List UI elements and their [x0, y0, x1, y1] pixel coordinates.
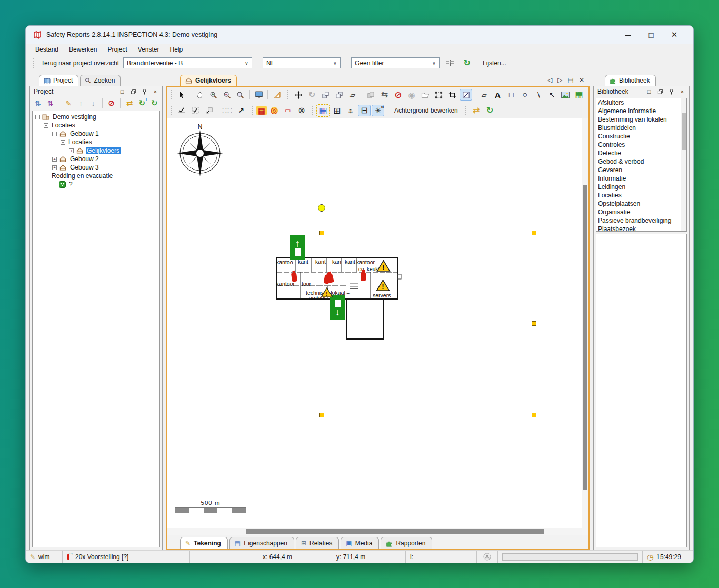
tree-item-selected[interactable]: + Gelijkvloers [33, 146, 159, 155]
nav-next-icon[interactable]: ▷ [557, 76, 562, 84]
grid-blue-icon[interactable]: ▦ [317, 105, 329, 116]
delete-icon[interactable]: ⊘ [392, 89, 404, 101]
building-grid-icon[interactable]: ▦ [256, 106, 267, 115]
float-icon[interactable] [657, 88, 663, 95]
library-scrollbar[interactable] [681, 98, 686, 231]
reshape-icon[interactable]: ▱ [346, 89, 359, 101]
tree-item[interactable]: + Gebouw 2 [33, 155, 159, 163]
back-to-project-button[interactable]: Terug naar project overzicht [41, 59, 119, 67]
menu-project[interactable]: Project [102, 45, 132, 54]
library-item[interactable]: Opstelplaatsen [596, 200, 686, 208]
crop-icon[interactable] [446, 89, 458, 101]
image-tool-icon[interactable] [559, 89, 572, 101]
warning-triangle[interactable]: ! [376, 279, 390, 292]
extinguisher-symbol[interactable] [361, 272, 366, 281]
library-scrollbar-thumb[interactable] [682, 113, 686, 150]
refresh-icon[interactable]: ↻ [484, 105, 496, 116]
sort-alpha-icon[interactable]: ⇅ [45, 98, 56, 108]
tree-expander[interactable]: + [52, 165, 57, 170]
zoom-tool-icon[interactable] [234, 89, 247, 101]
tab-tekening[interactable]: ✎ Tekening [180, 537, 228, 549]
minimize-button[interactable]: ─ [616, 27, 640, 43]
close-icon[interactable]: × [679, 88, 685, 95]
rotate-handle[interactable] [318, 204, 325, 212]
exit-sign-up[interactable]: ↑ [290, 235, 305, 260]
compass-tool-icon[interactable]: ⊗ [295, 105, 308, 116]
tree-item[interactable]: − Redding en evacuatie [33, 172, 159, 180]
resize-tool-icon[interactable] [460, 89, 472, 101]
language-select[interactable]: NL∨ [263, 57, 341, 68]
move-down-icon[interactable]: ↓ [88, 98, 98, 108]
replace-icon[interactable]: ⇆ [378, 89, 391, 101]
library-item[interactable]: Locaties [596, 191, 686, 200]
zone-circle-icon[interactable]: ◎ [268, 105, 281, 116]
grid-fit-icon[interactable]: ⊞ [331, 105, 343, 116]
library-item[interactable]: Bestemming van lokalen [596, 115, 686, 124]
sort-order-icon[interactable]: ⇅ [33, 98, 43, 108]
window-list-icon[interactable]: ▤ [568, 76, 574, 84]
library-item[interactable]: Controles [596, 141, 686, 149]
snap-endpoint-icon[interactable] [175, 105, 188, 116]
warning-triangle[interactable]: ! [321, 287, 335, 300]
warning-triangle[interactable]: ! [376, 260, 391, 272]
menu-bestand[interactable]: Bestand [30, 45, 64, 54]
north-indicator-icon[interactable]: ✳N [372, 105, 384, 116]
polygon-tool-icon[interactable]: ▱ [478, 89, 491, 101]
rotate-tool-icon[interactable]: ↻ [306, 89, 318, 101]
tree-expander[interactable]: − [61, 140, 65, 145]
tab-relaties[interactable]: ⊞ Relaties [296, 537, 339, 549]
maximize-button[interactable]: □ [640, 27, 663, 43]
refresh-tree-icon[interactable]: ↻ [149, 98, 159, 108]
library-item[interactable]: Afsluiters [596, 98, 686, 107]
library-item[interactable]: Constructie [596, 132, 686, 141]
edit-labels-icon[interactable]: ✎ [63, 98, 74, 108]
float-icon[interactable] [130, 88, 136, 95]
snap-points-icon[interactable] [189, 105, 202, 116]
drawing-canvas[interactable]: N [167, 118, 582, 528]
menu-bewerken[interactable]: Bewerken [64, 45, 102, 54]
selection-handle-topright[interactable] [532, 231, 536, 235]
library-item[interactable]: Organisatie [596, 208, 686, 216]
jump-arrow-icon[interactable]: ↗ [235, 105, 247, 116]
horizontal-scrollbar[interactable] [167, 528, 588, 535]
tree-expander[interactable]: − [44, 123, 48, 128]
tree-item[interactable]: − Demo vestiging [33, 113, 159, 121]
measure-icon[interactable] [271, 89, 283, 101]
pin-icon[interactable] [668, 88, 674, 95]
bring-forward-icon[interactable] [319, 89, 332, 101]
restore-icon[interactable]: □ [119, 88, 125, 95]
library-item[interactable]: Passieve brandbeveiliging [596, 216, 686, 225]
grid-objects-icon[interactable]: ▦ [573, 89, 585, 101]
library-item[interactable]: Blusmiddelen [596, 124, 686, 132]
move-up-icon[interactable]: ↑ [76, 98, 86, 108]
send-backward-icon[interactable] [333, 89, 345, 101]
rectangle-tool-icon[interactable]: □ [505, 89, 517, 101]
tab-zoeken[interactable]: Zoeken [80, 75, 121, 86]
zone-rect-icon[interactable]: ▭ [282, 105, 294, 116]
open-folder-icon[interactable] [419, 89, 432, 101]
selection-handle-bottom[interactable] [319, 413, 324, 417]
select-tool-icon[interactable] [175, 89, 188, 101]
confirm-icon[interactable]: ◉ [405, 89, 418, 101]
tree-expander[interactable]: − [44, 174, 48, 178]
project-plan-select[interactable]: Brandinterventie - B∨ [123, 57, 252, 68]
lists-button[interactable]: Lijsten... [483, 59, 506, 67]
grid-dots-icon[interactable]: ∷∷ [221, 105, 234, 116]
zoom-in-icon[interactable] [207, 89, 219, 101]
menu-venster[interactable]: Venster [133, 45, 165, 54]
filter-select[interactable]: Geen filter∨ [351, 57, 440, 68]
filter-icon[interactable] [444, 57, 456, 69]
menu-help[interactable]: Help [164, 45, 188, 54]
tree-item[interactable]: + ? [33, 180, 159, 188]
tab-eigenschappen[interactable]: ▤ Eigenschappen [229, 537, 294, 549]
swap-icon[interactable]: ⇄ [470, 105, 483, 116]
selection-handle-bottomright[interactable] [532, 413, 536, 417]
swap-icon[interactable]: ⇄ [124, 98, 135, 108]
selection-frame-icon[interactable] [433, 89, 445, 101]
horizontal-scrollbar-thumb[interactable] [246, 529, 544, 534]
close-icon[interactable]: ✕ [579, 76, 584, 84]
tab-bibliotheek[interactable]: Bibliotheek [605, 75, 656, 86]
library-item[interactable]: Algemene informatie [596, 107, 686, 115]
axis-icon[interactable]: ↕↔ [344, 105, 357, 116]
refresh-add-icon[interactable]: ↻+ [137, 98, 147, 108]
